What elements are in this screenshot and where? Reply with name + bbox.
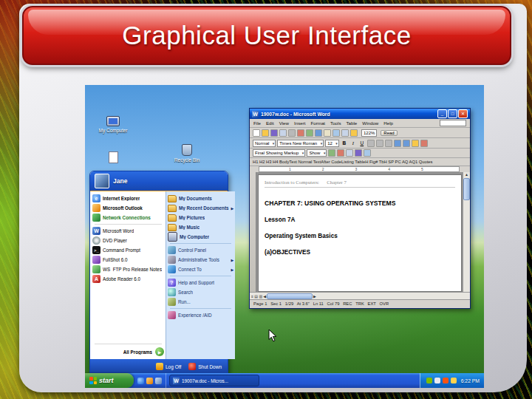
toolbar-icon[interactable] xyxy=(364,149,371,157)
scroll-left-icon[interactable]: ◀ xyxy=(263,294,266,299)
my-computer-desktop-icon[interactable]: My Computer xyxy=(94,116,132,133)
xp-desktop[interactable]: My Computer Recycle Bin Jane e Internet … xyxy=(85,85,484,388)
show-menu[interactable]: Show xyxy=(307,149,327,157)
start-menu-item-dvd-player[interactable]: DVD Player xyxy=(92,236,164,245)
start-menu-item-experience-aid[interactable]: Experience /AID xyxy=(168,310,233,320)
font-select[interactable]: Times New Roman xyxy=(277,140,324,147)
show-desktop-icon[interactable] xyxy=(155,378,162,384)
scroll-right-icon[interactable]: ▶ xyxy=(313,294,316,299)
start-menu-left-column: e Internet Explorer Microsoft Outlook Ne… xyxy=(90,191,166,359)
toolbar-icon[interactable] xyxy=(270,129,278,137)
vertical-scrollbar[interactable]: ▲ xyxy=(463,172,470,292)
start-menu-item-ws-ftp[interactable]: WS_FTP Pro Release Notes xyxy=(92,265,164,274)
bullet-list-icon[interactable] xyxy=(403,140,410,147)
toolbar-icon[interactable] xyxy=(279,129,287,137)
internet-explorer-quicklaunch-icon[interactable] xyxy=(137,378,144,384)
start-menu-item-network-connections[interactable]: Network Connections xyxy=(92,213,164,222)
toolbar-icon[interactable] xyxy=(355,149,362,157)
scrollbar-thumb[interactable] xyxy=(267,293,313,299)
zoom-select[interactable]: 122% xyxy=(361,129,377,137)
toolbar-icon[interactable] xyxy=(306,129,313,137)
menu-window[interactable]: Window xyxy=(362,120,378,126)
align-left-icon[interactable] xyxy=(367,140,375,147)
menu-table[interactable]: Table xyxy=(347,120,358,126)
document-header: Introduction to Computers: Chapter 7 xyxy=(265,180,455,188)
menu-file[interactable]: File xyxy=(253,120,261,126)
start-menu-item-help-and-support[interactable]: ? Help and Support xyxy=(168,278,233,287)
maximize-button[interactable]: □ xyxy=(448,109,457,118)
log-off-button[interactable]: Log Off xyxy=(156,363,181,370)
menu-view[interactable]: View xyxy=(279,120,289,126)
document-desktop-icon[interactable] xyxy=(94,151,132,163)
toolbar-icon[interactable] xyxy=(328,149,335,157)
start-menu-item-fullshot[interactable]: FullShot 6.0 xyxy=(92,255,164,265)
start-menu-item-internet-explorer[interactable]: e Internet Explorer xyxy=(92,194,164,203)
antivirus-tray-icon[interactable] xyxy=(426,378,432,383)
start-menu-item-microsoft-outlook[interactable]: Microsoft Outlook xyxy=(92,203,164,213)
outlook-quicklaunch-icon[interactable] xyxy=(146,378,153,384)
clock[interactable]: 6:22 PM xyxy=(461,378,480,383)
toolbar-icon[interactable] xyxy=(337,149,344,157)
read-button[interactable]: Read xyxy=(381,130,397,136)
numbered-list-icon[interactable] xyxy=(394,140,401,147)
start-menu-item-connect-to[interactable]: Connect To ▶ xyxy=(168,265,233,274)
all-programs-button[interactable]: All Programs ▶ xyxy=(92,346,164,358)
align-center-icon[interactable] xyxy=(376,140,383,147)
close-button[interactable]: ✕ xyxy=(458,109,468,118)
underline-button[interactable]: U xyxy=(358,139,366,147)
horizontal-scrollbar[interactable]: ≡ ▤ ▥ ◀ ▶ xyxy=(250,292,470,299)
bold-button[interactable]: B xyxy=(341,139,348,147)
view-buttons[interactable]: ≡ ▤ ▥ xyxy=(251,294,262,299)
menu-edit[interactable]: Edit xyxy=(266,120,274,126)
paragraph-style-select[interactable]: Normal xyxy=(253,140,276,147)
network-tray-icon[interactable] xyxy=(443,378,449,383)
start-menu-item-adobe-reader[interactable]: A Adobe Reader 6.0 xyxy=(92,274,164,284)
start-menu-item-administrative-tools[interactable]: Administrative Tools ▶ xyxy=(168,255,233,265)
highlight-icon[interactable] xyxy=(412,140,419,147)
start-menu-item-my-computer[interactable]: My Computer xyxy=(168,232,233,242)
italic-button[interactable]: I xyxy=(349,139,357,147)
toolbar-icon[interactable] xyxy=(341,129,349,137)
font-color-icon[interactable] xyxy=(420,140,428,147)
toolbar-icon[interactable] xyxy=(350,129,358,137)
toolbar-icon[interactable] xyxy=(332,129,340,137)
volume-tray-icon[interactable] xyxy=(434,378,440,383)
my-music-icon xyxy=(168,224,177,231)
markup-mode-select[interactable]: Final Showing Markup xyxy=(253,149,305,157)
shut-down-button[interactable]: Shut Down xyxy=(188,363,222,370)
start-menu-item-control-panel[interactable]: Control Panel xyxy=(168,245,233,255)
help-question-combo[interactable] xyxy=(440,120,466,126)
style-shortcuts-bar[interactable]: H1 H2 H3 H4 BodyText Normal TextAfter Co… xyxy=(250,158,470,166)
scrollbar-thumb[interactable] xyxy=(463,178,470,200)
document-area[interactable]: Introduction to Computers: Chapter 7 CHA… xyxy=(250,172,470,292)
start-menu-item-my-music[interactable]: My Music xyxy=(168,222,233,232)
start-menu-item-my-pictures[interactable]: My Pictures xyxy=(168,213,233,222)
menu-insert[interactable]: Insert xyxy=(294,120,305,126)
toolbar-icon[interactable] xyxy=(253,129,260,137)
font-size-select[interactable]: 12 xyxy=(325,140,339,147)
start-menu-item-my-documents[interactable]: My Documents xyxy=(168,194,233,203)
menu-format[interactable]: Format xyxy=(310,120,325,126)
start-menu-item-my-recent-documents[interactable]: My Recent Documents ▶ xyxy=(168,203,233,213)
menu-help[interactable]: Help xyxy=(383,120,393,126)
word-title-bar[interactable]: W 19007w.doc - Microsoft Word _ □ ✕ xyxy=(250,109,470,119)
scroll-up-icon[interactable]: ▲ xyxy=(465,172,468,177)
document-page[interactable]: Introduction to Computers: Chapter 7 CHA… xyxy=(258,174,462,292)
align-right-icon[interactable] xyxy=(385,140,392,147)
toolbar-icon[interactable] xyxy=(297,129,304,137)
start-menu-item-microsoft-word[interactable]: W Microsoft Word xyxy=(92,226,164,236)
start-menu-item-run[interactable]: Run... xyxy=(168,297,233,307)
toolbar-icon[interactable] xyxy=(262,129,269,137)
taskbar-item-word[interactable]: W 19007w.doc - Micros... xyxy=(169,375,259,386)
minimize-button[interactable]: _ xyxy=(437,109,447,118)
toolbar-icon[interactable] xyxy=(324,129,331,137)
messenger-tray-icon[interactable] xyxy=(451,378,457,383)
toolbar-icon[interactable] xyxy=(346,149,353,157)
start-menu-item-search[interactable]: Search xyxy=(168,287,233,297)
menu-tools[interactable]: Tools xyxy=(330,120,341,126)
start-button[interactable]: start xyxy=(85,373,134,388)
recycle-bin-desktop-icon[interactable]: Recycle Bin xyxy=(168,144,206,163)
start-menu-item-command-prompt[interactable]: >_ Command Prompt xyxy=(92,245,164,255)
toolbar-icon[interactable] xyxy=(288,129,296,137)
toolbar-icon[interactable] xyxy=(315,129,322,137)
